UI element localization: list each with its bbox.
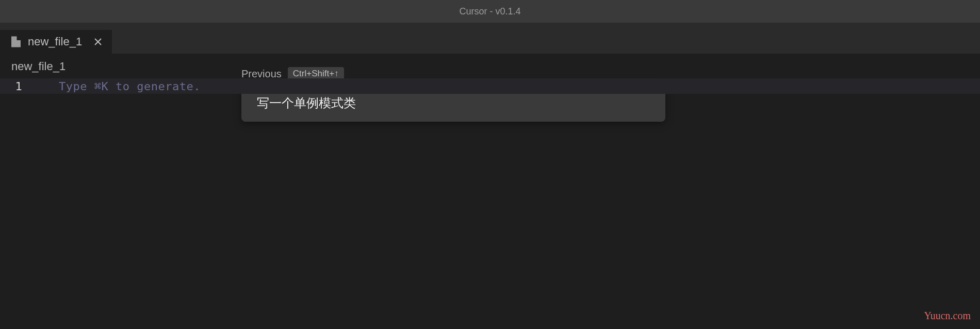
close-icon[interactable] (93, 37, 103, 46)
editor-line[interactable]: 1 Type ⌘K to generate. (0, 78, 980, 94)
tab-bar: new_file_1 (0, 23, 980, 54)
file-icon (11, 36, 21, 47)
tab-new-file-1[interactable]: new_file_1 (0, 30, 112, 54)
breadcrumb: new_file_1 (0, 54, 980, 78)
tab-label: new_file_1 (28, 35, 82, 48)
watermark: Yuucn.com (924, 310, 971, 322)
breadcrumb-filename: new_file_1 (11, 60, 66, 73)
editor-placeholder: Type ⌘K to generate. (37, 80, 201, 93)
line-number: 1 (0, 80, 37, 93)
titlebar: Cursor - v0.1.4 (0, 0, 980, 23)
app-title: Cursor - v0.1.4 (459, 6, 520, 17)
editor[interactable]: 1 Type ⌘K to generate. (0, 78, 980, 320)
